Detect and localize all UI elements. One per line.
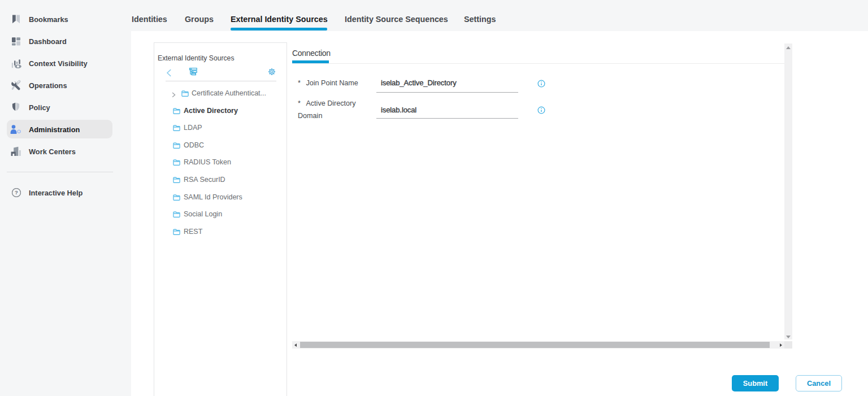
svg-text:?: ? bbox=[15, 189, 18, 195]
